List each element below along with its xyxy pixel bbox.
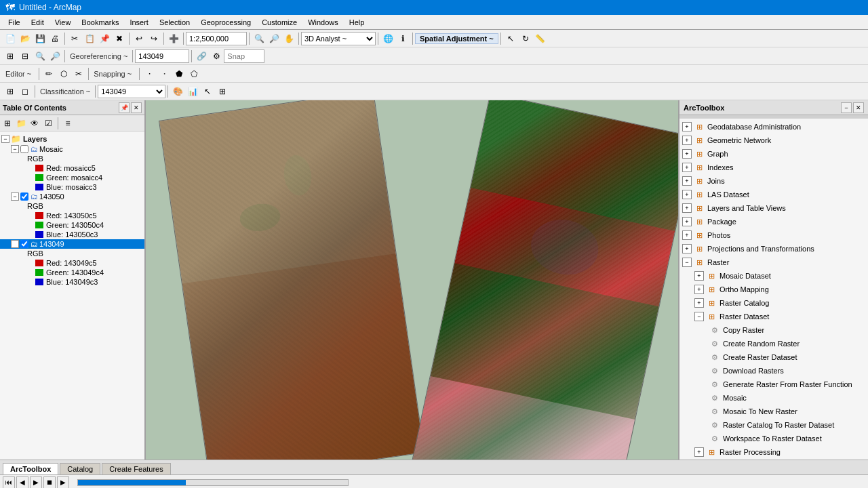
cut-btn[interactable]: ✂ xyxy=(67,31,82,46)
tb-create-random-raster[interactable]: ⚙ Create Random Raster xyxy=(679,337,868,350)
tb-las-expand[interactable]: + xyxy=(682,190,692,199)
tb-mosaic-to-new-raster[interactable]: ⚙ Mosaic To New Raster xyxy=(679,405,868,418)
snap-pt-btn[interactable]: ⬝ xyxy=(142,66,157,81)
tb-ortho-expand[interactable]: + xyxy=(694,285,704,294)
map-area[interactable] xyxy=(146,100,678,460)
tb-graph[interactable]: + ⊞ Graph xyxy=(679,147,868,161)
tb-geodatabase-expand[interactable]: + xyxy=(682,122,692,131)
tb-indexes-expand[interactable]: + xyxy=(682,163,692,172)
delete-btn[interactable]: ✖ xyxy=(112,31,127,46)
undo-btn[interactable]: ↩ xyxy=(132,31,146,46)
tab-arctoolbox[interactable]: ArcToolbox xyxy=(3,463,58,474)
tb-geodatabase-admin[interactable]: + ⊞ Geodatabase Administration xyxy=(679,120,868,134)
tb-mosaic-tool[interactable]: ⚙ Mosaic xyxy=(679,391,868,405)
tb-las-dataset[interactable]: + ⊞ LAS Dataset xyxy=(679,188,868,201)
scale-input[interactable] xyxy=(186,32,247,45)
zoom-out-btn[interactable]: 🔎 xyxy=(267,31,281,46)
tb-raster-properties[interactable]: + ⊞ Raster Properties xyxy=(679,459,868,460)
map-layer-select[interactable]: 143049 xyxy=(98,85,165,98)
open-btn[interactable]: 📂 xyxy=(18,31,33,46)
find-btn[interactable]: 🔎 xyxy=(47,49,62,64)
snap-input[interactable] xyxy=(224,49,264,63)
tb-raster-dataset[interactable]: − ⊞ Raster Dataset xyxy=(679,310,868,323)
tb-mosaic-dataset[interactable]: + ⊞ Mosaic Dataset xyxy=(679,269,868,283)
tb-raster-catalog-to-raster[interactable]: ⚙ Raster Catalog To Raster Dataset xyxy=(679,418,868,432)
toc-layers-row[interactable]: − 📁 Layers xyxy=(0,134,144,144)
zoom-layer-btn[interactable]: ⊟ xyxy=(18,49,33,64)
143050-expand[interactable]: − xyxy=(11,192,19,201)
toc-list-by-drawing-order[interactable]: ⊞ xyxy=(1,117,14,129)
menu-customize[interactable]: Customize xyxy=(256,17,302,28)
layers-expand[interactable]: − xyxy=(1,135,9,143)
tb-graph-expand[interactable]: + xyxy=(682,149,692,159)
tb-raster-dataset-expand[interactable]: − xyxy=(694,312,704,321)
tb-raster-expand[interactable]: − xyxy=(682,258,692,267)
copy-btn[interactable]: 📋 xyxy=(82,31,97,46)
zoom-full-btn[interactable]: ⊞ xyxy=(3,49,18,64)
add-data-btn[interactable]: ➕ xyxy=(166,31,181,46)
tb-raster-catalog-expand[interactable]: + xyxy=(694,298,704,308)
tab-catalog[interactable]: Catalog xyxy=(60,463,100,474)
hist-btn[interactable]: 📊 xyxy=(185,84,200,99)
toc-close-btn[interactable]: ✕ xyxy=(131,102,142,113)
toc-pin-btn[interactable]: 📌 xyxy=(119,102,130,113)
143049-expand[interactable]: − xyxy=(11,240,19,248)
status-record-next[interactable]: ▶ xyxy=(57,476,69,489)
tb-raster-processing[interactable]: + ⊞ Raster Processing xyxy=(679,445,868,459)
menu-insert[interactable]: Insert xyxy=(124,17,154,28)
print-btn[interactable]: 🖨 xyxy=(47,31,62,46)
toc-143050-row[interactable]: − 🗂 143050 xyxy=(0,192,144,201)
tb-copy-raster[interactable]: ⚙ Copy Raster xyxy=(679,323,868,337)
new-btn[interactable]: 📄 xyxy=(3,31,18,46)
status-record-start[interactable]: ⏮ xyxy=(3,476,15,489)
identify-btn[interactable]: 🔍 xyxy=(33,49,47,64)
tb-photos-expand[interactable]: + xyxy=(682,230,692,240)
tb-projections[interactable]: + ⊞ Projections and Transformations xyxy=(679,242,868,256)
split-btn[interactable]: ✂ xyxy=(71,66,86,81)
rotate-btn[interactable]: ↻ xyxy=(518,31,533,46)
select-btn[interactable]: ◻ xyxy=(18,84,33,99)
toc-list-by-source[interactable]: 📁 xyxy=(15,117,27,129)
143050-checkbox[interactable] xyxy=(20,192,28,201)
table-btn[interactable]: ⊞ xyxy=(3,84,18,99)
zoom-in-btn[interactable]: 🔍 xyxy=(252,31,267,46)
toolbox-minimize-btn[interactable]: − xyxy=(841,102,852,113)
tb-geometric-network[interactable]: + ⊞ Geometric Network xyxy=(679,134,868,147)
tb-download-rasters[interactable]: ⚙ Download Rasters xyxy=(679,364,868,378)
3d-analyst-dropdown[interactable]: 3D Analyst ~ xyxy=(301,32,376,45)
menu-bookmarks[interactable]: Bookmarks xyxy=(76,17,124,28)
mosaic-expand[interactable]: − xyxy=(11,145,19,153)
menu-selection[interactable]: Selection xyxy=(154,17,195,28)
redo-btn[interactable]: ↪ xyxy=(146,31,161,46)
zoom-ext-btn[interactable]: ⊞ xyxy=(215,84,230,99)
tb-layers-table-views[interactable]: + ⊞ Layers and Table Views xyxy=(679,201,868,215)
snap-mid-btn[interactable]: ⬠ xyxy=(186,66,201,81)
menu-view[interactable]: View xyxy=(50,17,77,28)
menu-geoprocessing[interactable]: Geoprocessing xyxy=(195,17,256,28)
tb-package-expand[interactable]: + xyxy=(682,217,692,226)
tb-joins[interactable]: + ⊞ Joins xyxy=(679,174,868,188)
tb-package[interactable]: + ⊞ Package xyxy=(679,215,868,228)
143049-checkbox[interactable] xyxy=(20,240,28,248)
toc-list-by-selection[interactable]: ☑ xyxy=(42,117,54,129)
snap-end-btn[interactable]: ⬟ xyxy=(172,66,186,81)
menu-help[interactable]: Help xyxy=(344,17,370,28)
auto-adj-btn[interactable]: ⚙ xyxy=(209,49,224,64)
tb-indexes[interactable]: + ⊞ Indexes xyxy=(679,161,868,174)
menu-file[interactable]: File xyxy=(3,17,26,28)
tb-joins-expand[interactable]: + xyxy=(682,176,692,186)
menu-windows[interactable]: Windows xyxy=(302,17,344,28)
tab-create-features[interactable]: Create Features xyxy=(102,463,170,474)
sym-btn[interactable]: 🎨 xyxy=(170,84,185,99)
status-record-play[interactable]: ▶ xyxy=(30,476,42,489)
tb-raster-catalog[interactable]: + ⊞ Raster Catalog xyxy=(679,296,868,310)
snap-edge-btn[interactable]: ⬞ xyxy=(157,66,172,81)
tb-ortho-mapping[interactable]: + ⊞ Ortho Mapping xyxy=(679,283,868,296)
tb-geometric-expand[interactable]: + xyxy=(682,136,692,145)
globe-btn[interactable]: 🌐 xyxy=(380,31,395,46)
measure-btn[interactable]: 📏 xyxy=(533,31,548,46)
tb-projections-expand[interactable]: + xyxy=(682,244,692,253)
mosaic-checkbox[interactable] xyxy=(20,145,28,153)
layer-id-input[interactable] xyxy=(135,49,189,63)
reshape-btn[interactable]: ⬡ xyxy=(56,66,71,81)
